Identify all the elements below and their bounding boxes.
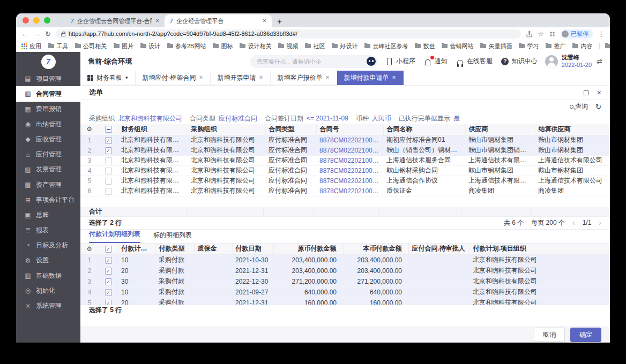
table-row[interactable]: 3✓30采购付款2022-12-30271,200,000.00271,200,… [80,276,610,287]
sidebar-item-系统管理[interactable]: ✳系统管理 [16,298,80,313]
header-action-小程序[interactable]: 小程序 [385,57,415,66]
bookmark-item[interactable]: 工具 [48,42,68,50]
filter-value[interactable]: 应付标准合同 [219,114,257,123]
row-select-cell[interactable]: ✓ [99,266,118,276]
row-select-cell[interactable] [99,165,118,176]
column-header[interactable]: 本币付款金额 [343,244,408,255]
back-icon[interactable]: ← [21,30,28,38]
row-checkbox[interactable]: ✓ [105,137,112,144]
column-header[interactable]: 付款计划行 [118,244,155,255]
column-settings[interactable]: ⚙ [80,244,99,255]
forward-icon[interactable]: → [33,30,40,38]
row-checkbox[interactable]: ✓ [105,278,112,285]
bookmark-item[interactable]: 好设计 [332,42,357,50]
workspace-tab-新增开票申请[interactable]: 新增开票申请× [211,71,271,85]
assistant-robot-icon[interactable] [367,57,376,66]
filter-value[interactable]: 是 [453,114,460,123]
select-all-cell[interactable] [99,124,118,135]
sidebar-item-发票管理[interactable]: ▧发票管理 [16,162,80,177]
bookmark-item[interactable]: 视频 [278,42,298,50]
sidebar-item-应收管理[interactable]: ◆应收管理 [16,132,80,147]
user-date[interactable]: 2022-01-20 [562,62,592,69]
row-select-cell[interactable]: ✓ [99,255,118,266]
new-tab-button[interactable]: + [277,17,282,27]
contract-number-link[interactable]: 8878CM0220210000... [316,135,383,145]
zoom-window-button[interactable] [44,17,50,24]
bookmark-item[interactable]: 应用 [21,42,41,50]
close-tab-icon[interactable]: × [326,74,330,81]
prev-page-icon[interactable]: ‹ [572,218,575,227]
sidebar-item-应付管理[interactable]: ⌂应付管理 [16,147,80,162]
minimize-window-button[interactable] [33,17,40,24]
filter-value[interactable]: <= 2021-11-09 [307,115,348,122]
row-checkbox[interactable]: ✓ [105,147,112,154]
query-button[interactable]: 查询 [570,102,588,111]
bookmark-item[interactable]: 数世 [415,42,435,50]
row-select-cell[interactable]: ✓ [99,145,118,155]
column-header[interactable]: 财务组织 [118,124,188,135]
gear-icon[interactable]: ⚙ [86,245,92,253]
table-row[interactable]: 2✓20采购付款2021-12-31203,400,000.00203,400,… [80,266,610,276]
row-checkbox[interactable] [105,157,112,164]
row-checkbox[interactable]: ✓ [105,257,112,264]
profile-paused-badge[interactable]: 已暂停 [561,29,593,39]
close-tab-icon[interactable]: × [199,74,203,81]
bookmark-item[interactable]: 推广 [546,42,565,50]
sidebar-item-目标及分析[interactable]: ◔目标及分析 [16,238,80,253]
row-select-cell[interactable] [99,155,118,165]
column-header[interactable]: 合同号 [316,124,383,135]
column-header[interactable]: 结算供应商 [535,124,610,135]
column-header[interactable]: 应付合同.待审批人 [408,244,470,255]
bookmark-item[interactable]: 营销网站 [442,42,473,50]
bookmark-item[interactable]: 学习 [519,42,539,50]
sidebar-item-报表[interactable]: ≣报表 [16,223,80,238]
bookmark-item[interactable]: 图标 [213,42,233,50]
bookmark-item[interactable]: 设计 [140,42,160,50]
contract-number-link[interactable]: 8878CM0220210000... [316,165,383,176]
cancel-button[interactable]: 取消 [534,328,565,342]
bookmark-item[interactable]: 社区 [305,42,325,50]
search-input[interactable] [257,58,367,65]
header-action-知识中心[interactable]: ?知识中心 [501,57,538,66]
close-tab-icon[interactable]: × [263,17,266,25]
close-tab-icon[interactable]: × [392,74,396,81]
detail-tab-付款计划明细列表[interactable]: 付款计划明细列表 [89,230,140,243]
sidebar-item-初始化[interactable]: ◎初始化 [16,283,80,298]
column-settings[interactable]: ⚙ [80,124,99,135]
row-select-cell[interactable] [99,176,118,186]
workspace-tab-新增付款申请单[interactable]: 新增付款申请单× [337,71,404,85]
table-row[interactable]: 2✓北京和煦科技有限公司北京和煦科技有限公司应付标准合同8878CM022021… [80,145,610,155]
row-checkbox[interactable]: ✓ [105,289,112,296]
table-row[interactable]: 4✓10采购付款2021-09-27640,000.00640,000.00北京… [80,287,610,298]
column-header[interactable]: 合同类型 [265,124,316,135]
detail-tab-标的明细列表[interactable]: 标的明细列表 [153,231,192,243]
bookmark-item[interactable]: 图片 [114,42,133,50]
table-row[interactable]: 6北京和煦科技有限公司北京和煦科技有限公司应付标准合同8878CM0220210… [80,186,610,196]
app-logo[interactable]: 7 [41,55,56,69]
share-icon[interactable] [526,31,533,37]
workspace-tab-新增应付-框架合同[interactable]: 新增应付-框架合同× [136,71,211,85]
close-tab-icon[interactable]: × [259,74,263,81]
close-dialog-icon[interactable]: × [597,88,601,97]
switch-org-icon[interactable]: ⇄ [597,57,602,65]
contract-number-link[interactable]: 8878CM0220210000... [316,145,383,155]
more-menu-icon[interactable]: ⋮ [598,30,605,38]
row-checkbox[interactable]: ✓ [105,268,112,275]
filter-value[interactable]: 人民币 [372,114,391,123]
bookmark-item[interactable]: 公司相关 [75,42,107,50]
refresh-icon[interactable]: ↻ [595,103,601,111]
sidebar-item-项目管理[interactable]: ▤项目管理 [16,71,80,86]
select-all-checkbox[interactable]: ✓ [105,246,112,253]
row-select-cell[interactable]: ✓ [99,287,118,298]
column-header[interactable]: 付款计划.项目组织 [470,244,610,255]
gear-icon[interactable]: ⚙ [86,125,92,133]
workspace-tab-新增客户报价单[interactable]: 新增客户报价单× [271,71,337,85]
sidebar-item-事项会计平台[interactable]: ⊞事项会计平台 [16,192,80,207]
row-select-cell[interactable]: ✓ [99,298,118,305]
other-bookmarks[interactable]: 其他书签 [605,42,610,50]
filter-value[interactable]: 北京和煦科技有限公司 [118,114,182,123]
sidebar-item-出纳管理[interactable]: ◉出纳管理 [16,117,80,132]
table-row[interactable]: 4北京和煦科技有限公司北京和煦科技有限公司应付标准合同8878CM0220210… [80,165,610,176]
sidebar-item-费用报销[interactable]: ▦费用报销 [16,102,80,117]
sidebar-item-合同管理[interactable]: ▥合同管理 [16,86,80,101]
